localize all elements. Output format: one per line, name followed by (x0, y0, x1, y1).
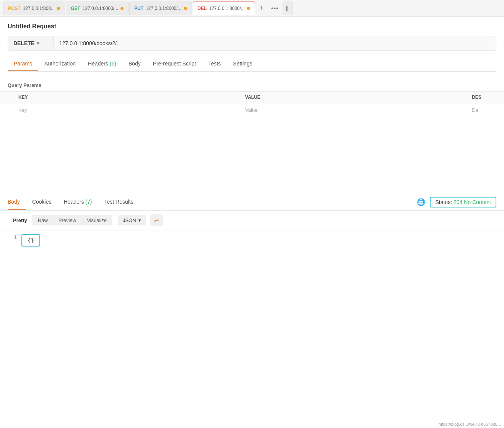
tab-dot-get (120, 7, 124, 10)
row-desc-cell[interactable]: De (467, 103, 504, 117)
globe-icon: 🌐 (417, 198, 425, 206)
col-value: VALUE (241, 91, 467, 103)
res-headers-badge: (7) (85, 199, 92, 205)
json-chevron-icon: ▾ (138, 217, 141, 223)
tab-url-get: 127.0.0.1:8000/... (83, 6, 118, 11)
tab-body[interactable]: Body (122, 57, 147, 71)
tab-bar: POST 127.0.0.1:800... GET 127.0.0.1:8000… (0, 0, 504, 17)
tab-pre-request-script[interactable]: Pre-request Script (147, 57, 202, 71)
tab-get[interactable]: GET 127.0.0.1:8000/... (66, 2, 128, 15)
tab-params[interactable]: Params (8, 57, 38, 71)
tab-dot-del (247, 7, 250, 10)
line-number-1: 1 (8, 234, 17, 240)
format-tab-pretty[interactable]: Pretty (8, 215, 33, 225)
main-content: Untitled Request DELETE ▾ Params Authori… (0, 17, 504, 78)
tab-tests[interactable]: Tests (202, 57, 227, 71)
res-tab-cookies[interactable]: Cookies (32, 194, 58, 210)
code-text: {} (28, 237, 34, 243)
code-line-box: {} (21, 234, 40, 247)
tab-url-del: 127.0.0.1:8000/... (209, 6, 245, 11)
method-label-get: GET (71, 6, 80, 11)
request-title: Untitled Request (8, 23, 496, 30)
tab-authorization[interactable]: Authorization (38, 57, 82, 71)
method-label-post: POST (8, 6, 21, 11)
request-tabs: Params Authorization Headers (6) Body Pr… (8, 57, 496, 72)
content-spacer (0, 117, 504, 194)
res-tab-headers[interactable]: Headers (7) (64, 194, 98, 210)
row-checkbox-cell (0, 103, 14, 117)
more-tabs-button[interactable]: ••• (268, 3, 282, 14)
code-content: {} (21, 234, 40, 247)
row-value-cell[interactable]: Value (241, 103, 467, 117)
format-bar: Pretty Raw Preview Visualize JSON ▾ ⇌ (0, 211, 504, 230)
json-format-label: JSON (123, 217, 136, 223)
query-params-label: Query Params (0, 78, 504, 91)
status-badge: Status: 204 No Content (430, 197, 496, 207)
selected-method: DELETE (13, 40, 34, 46)
wrap-icon: ⇌ (154, 217, 159, 224)
format-tab-visualize[interactable]: Visualize (81, 215, 112, 225)
tab-url-post: 127.0.0.1:800... (23, 6, 55, 11)
method-selector[interactable]: DELETE ▾ (8, 36, 54, 50)
col-key: KEY (14, 91, 241, 103)
headers-badge: (6) (110, 60, 116, 67)
res-tab-body[interactable]: Body (8, 194, 26, 210)
response-section: Body Cookies Headers (7) Test Results 🌐 … (0, 194, 504, 250)
tab-partial[interactable]: ▌ (283, 2, 293, 15)
line-numbers: 1 (8, 234, 17, 247)
partial-tab-content: ▌ (286, 6, 289, 11)
tab-dot-put (184, 7, 187, 10)
tab-settings[interactable]: Settings (227, 57, 259, 71)
row-key-cell[interactable]: Key (14, 103, 241, 117)
col-checkbox (0, 91, 14, 103)
url-bar: DELETE ▾ (8, 36, 496, 51)
format-tab-raw[interactable]: Raw (33, 215, 53, 225)
tab-put[interactable]: PUT 127.0.0.1:8000/... (129, 2, 192, 15)
tab-dot-post (57, 7, 60, 10)
params-table: KEY VALUE DES Key Value De (0, 91, 504, 117)
json-format-selector[interactable]: JSON ▾ (118, 215, 146, 225)
method-label-put: PUT (134, 6, 143, 11)
response-tabs: Body Cookies Headers (7) Test Results 🌐 … (0, 194, 504, 211)
res-tab-test-results[interactable]: Test Results (104, 194, 139, 210)
method-label-del: DEL (198, 6, 207, 11)
status-code: 204 No Content (454, 199, 491, 205)
tab-headers[interactable]: Headers (6) (82, 57, 122, 71)
code-area: 1 {} (0, 230, 504, 250)
format-tabs: Pretty Raw Preview Visualize (8, 215, 112, 225)
add-tab-button[interactable]: + (256, 3, 267, 14)
tab-url-put: 127.0.0.1:8000/... (146, 6, 181, 11)
status-label: Status: (435, 199, 452, 205)
url-input[interactable] (54, 36, 496, 50)
tab-del[interactable]: DEL 127.0.0.1:8000/... (193, 2, 255, 15)
format-tab-preview[interactable]: Preview (53, 215, 81, 225)
tab-post[interactable]: POST 127.0.0.1:800... (3, 2, 65, 15)
table-row: Key Value De (0, 103, 504, 117)
col-desc: DES (467, 91, 504, 103)
word-wrap-button[interactable]: ⇌ (150, 214, 163, 226)
response-header-right: 🌐 Status: 204 No Content (417, 197, 496, 207)
method-chevron-icon: ▾ (37, 41, 39, 46)
